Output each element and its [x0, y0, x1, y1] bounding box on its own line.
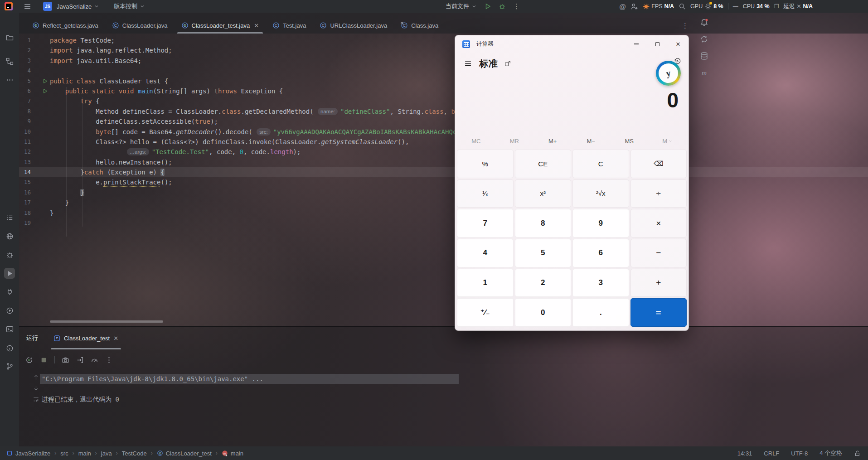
- memory-mc-button[interactable]: MC: [457, 133, 495, 149]
- add-user-icon[interactable]: [630, 3, 638, 10]
- breadcrumb-item[interactable]: CClassLoader_test: [157, 450, 212, 457]
- close-icon[interactable]: ✕: [113, 335, 118, 342]
- minimize-button[interactable]: [626, 35, 647, 53]
- console-output[interactable]: "C:\Program Files\Java\jdk-8\jdk1.8.0_65…: [42, 370, 859, 404]
- gauge-icon[interactable]: [91, 356, 98, 364]
- percent-button[interactable]: %: [457, 150, 514, 178]
- keep-on-top-icon[interactable]: [504, 60, 511, 67]
- stripe-item-notifications[interactable]: [700, 18, 708, 27]
- ai-spiral-icon[interactable]: @: [619, 3, 626, 10]
- maximize-button[interactable]: ❐: [774, 3, 779, 10]
- decimal-button[interactable]: .: [572, 298, 629, 327]
- run-button[interactable]: [484, 3, 491, 10]
- sidebar-item-more[interactable]: [4, 74, 15, 85]
- scroll-up-icon[interactable]: [33, 374, 39, 381]
- project-avatar[interactable]: JS: [43, 2, 52, 11]
- calculator-titlebar[interactable]: 计算器 ✕: [455, 35, 689, 53]
- breadcrumb-item[interactable]: main: [78, 450, 91, 457]
- main-menu-icon[interactable]: [24, 3, 31, 10]
- code-editor[interactable]: 1package TestCode;2import java.lang.refl…: [19, 34, 868, 326]
- subtract-button[interactable]: −: [630, 239, 687, 267]
- calculator-mode-label[interactable]: 标准: [479, 58, 498, 70]
- clear-entry-button[interactable]: CE: [515, 150, 572, 178]
- backspace-button[interactable]: ⌫: [630, 150, 687, 178]
- debug-button[interactable]: [499, 3, 506, 10]
- project-selector[interactable]: JavaSerialize: [57, 3, 99, 10]
- indent-style[interactable]: 4 个空格: [820, 449, 842, 457]
- close-icon[interactable]: ✕: [254, 22, 259, 29]
- import-icon[interactable]: [76, 356, 84, 364]
- stripe-item-maven[interactable]: m: [700, 68, 708, 77]
- sidebar-item-services[interactable]: [4, 286, 15, 297]
- breadcrumb-item[interactable]: mmain: [222, 450, 243, 457]
- line-separator[interactable]: CRLF: [764, 450, 779, 457]
- sidebar-item-packages[interactable]: [4, 231, 15, 242]
- clear-button[interactable]: C: [572, 150, 629, 178]
- reciprocal-button[interactable]: ¹⁄ₓ: [457, 179, 514, 208]
- gear-icon[interactable]: [704, 3, 712, 10]
- search-icon[interactable]: [679, 3, 686, 10]
- editor-tab[interactable]: CClass.java: [394, 17, 445, 34]
- digit-3-button[interactable]: 3: [572, 269, 629, 297]
- editor-tab[interactable]: CTest.java: [266, 17, 313, 34]
- memory-m−-button[interactable]: M−: [572, 133, 611, 149]
- sidebar-item-project[interactable]: [4, 32, 15, 43]
- editor-tab[interactable]: CURLClassLoader.java: [313, 17, 394, 34]
- memory-m-button[interactable]: M: [649, 133, 687, 149]
- hamburger-menu-icon[interactable]: [464, 60, 472, 68]
- digit-2-button[interactable]: 2: [515, 269, 572, 297]
- sidebar-item-run[interactable]: [4, 268, 15, 279]
- digit-1-button[interactable]: 1: [457, 269, 514, 297]
- scroll-down-icon[interactable]: [33, 385, 39, 392]
- breadcrumb-item[interactable]: src: [60, 450, 68, 457]
- stripe-item-ai-assistant[interactable]: [700, 35, 708, 44]
- vcs-widget[interactable]: 版本控制: [114, 2, 145, 10]
- digit-0-button[interactable]: 0: [515, 298, 572, 327]
- file-encoding[interactable]: UTF-8: [791, 450, 808, 457]
- negate-button[interactable]: ⁺⁄₋: [457, 298, 514, 327]
- sidebar-item-version-control[interactable]: [4, 361, 15, 372]
- stop-icon[interactable]: [40, 356, 48, 364]
- breadcrumb-item[interactable]: JavaSerialize: [6, 450, 50, 457]
- digit-5-button[interactable]: 5: [515, 239, 572, 267]
- digit-8-button[interactable]: 8: [515, 209, 572, 237]
- digit-4-button[interactable]: 4: [457, 239, 514, 267]
- run-tab[interactable]: ClassLoader_test ✕: [51, 327, 121, 349]
- breadcrumb-item[interactable]: java: [101, 450, 112, 457]
- editor-tab[interactable]: CClassLoader_test.java✕: [175, 17, 266, 34]
- digit-9-button[interactable]: 9: [572, 209, 629, 237]
- stripe-item-database[interactable]: [700, 52, 708, 60]
- breadcrumb-item[interactable]: TestCode: [122, 450, 147, 457]
- sidebar-item-debug[interactable]: [4, 249, 15, 260]
- editor-tab[interactable]: CReflect_getclass.java: [25, 17, 105, 34]
- sidebar-item-problems[interactable]: [4, 343, 15, 353]
- equals-button[interactable]: =: [630, 298, 687, 327]
- square-root-button[interactable]: ²√x: [572, 179, 629, 208]
- memory-m+-button[interactable]: M+: [533, 133, 572, 149]
- more-actions-icon[interactable]: ⋮: [513, 2, 520, 10]
- horizontal-scrollbar[interactable]: [50, 320, 163, 323]
- multiply-button[interactable]: ×: [630, 209, 687, 237]
- sidebar-item-run-anything[interactable]: [4, 305, 15, 316]
- editor-tab[interactable]: CClassLoader.java: [105, 17, 175, 34]
- run-config-selector[interactable]: 当前文件: [446, 2, 477, 10]
- more-options-icon[interactable]: [105, 356, 113, 364]
- digit-6-button[interactable]: 6: [572, 239, 629, 267]
- close-button[interactable]: ✕: [796, 3, 801, 10]
- tab-list-icon[interactable]: ⋮: [682, 22, 689, 30]
- square-button[interactable]: x²: [515, 179, 572, 208]
- sidebar-item-terminal[interactable]: [4, 324, 15, 334]
- soft-wrap-icon[interactable]: [33, 396, 39, 402]
- memory-mr-button[interactable]: MR: [495, 133, 534, 149]
- rerun-icon[interactable]: [25, 356, 33, 364]
- divide-button[interactable]: ÷: [630, 179, 687, 208]
- add-button[interactable]: +: [630, 269, 687, 297]
- minimize-button[interactable]: —: [733, 3, 738, 10]
- close-button[interactable]: ✕: [668, 35, 689, 53]
- maximize-button[interactable]: [647, 35, 668, 53]
- memory-ms-button[interactable]: MS: [610, 133, 649, 149]
- sidebar-item-todo[interactable]: [4, 212, 15, 223]
- sidebar-item-structure[interactable]: [4, 56, 15, 67]
- digit-7-button[interactable]: 7: [457, 209, 514, 237]
- camera-icon[interactable]: [62, 356, 69, 364]
